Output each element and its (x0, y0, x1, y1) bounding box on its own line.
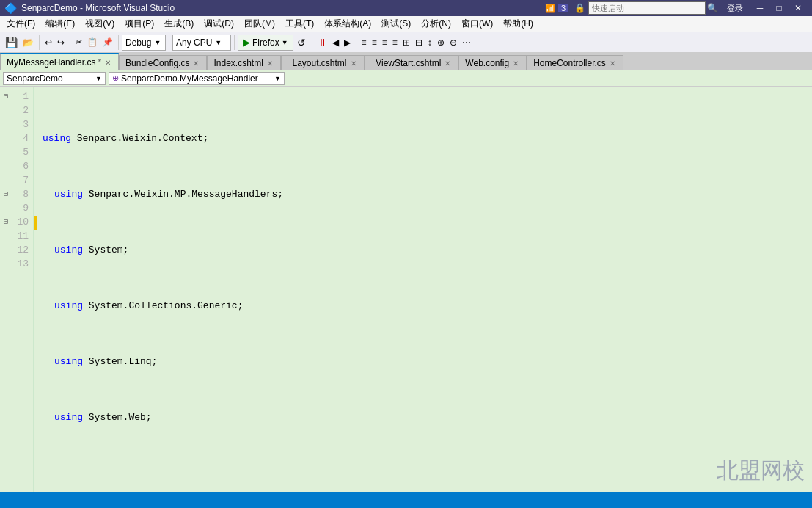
toolbar-misc5[interactable]: ⊞ (400, 36, 412, 49)
tab-bundle-close[interactable]: ✕ (191, 59, 200, 68)
menu-file[interactable]: 文件(F) (1, 16, 40, 32)
toolbar-misc1[interactable]: ≡ (359, 36, 369, 49)
run-btn[interactable]: ▶ Firefox ▼ (238, 35, 293, 51)
tab-layout[interactable]: _Layout.cshtml ✕ (281, 55, 365, 70)
code-content[interactable]: using Senparc.Weixin.Context; using Senp… (37, 87, 812, 492)
toolbar-misc8[interactable]: ⊕ (435, 36, 447, 49)
run-icon: ▶ (243, 37, 250, 48)
toolbar-sep6 (312, 35, 312, 50)
toolbar-misc6[interactable]: ⊟ (413, 36, 425, 49)
code-line-1: using Senparc.Weixin.Context; (43, 131, 806, 145)
fold-7 (0, 173, 12, 187)
tab-layout-close[interactable]: ✕ (349, 59, 358, 68)
toolbar-paste-icon[interactable]: 📌 (100, 36, 115, 48)
debug-mode-dropdown[interactable]: Debug ▼ (122, 35, 166, 51)
tab-viewstart-label: _ViewStart.cshtml (371, 58, 442, 68)
line-numbers: 1 2 3 4 5 6 7 8 9 10 11 12 13 (12, 87, 34, 492)
tab-myhandler-modified: * (98, 57, 101, 68)
toolbar-misc10[interactable]: ⋯ (460, 36, 473, 49)
tab-myhandler-label: MyMessageHandler.cs (7, 57, 95, 68)
fold-gutter: ⊟ ⊟ ⊟ (0, 87, 12, 492)
fold-1[interactable]: ⊟ (0, 90, 12, 104)
menu-debug[interactable]: 调试(D) (199, 16, 239, 32)
tab-bundle[interactable]: BundleConfig.cs ✕ (119, 55, 207, 70)
menu-test[interactable]: 测试(S) (376, 16, 416, 32)
toolbar-sep2 (70, 35, 70, 50)
tab-index-label: Index.cshtml (213, 58, 263, 68)
quick-launch-input[interactable] (588, 1, 706, 15)
tab-viewstart-close[interactable]: ✕ (443, 59, 452, 68)
tab-webconfig-close[interactable]: ✕ (511, 59, 520, 68)
tab-homecontroller[interactable]: HomeController.cs ✕ (527, 55, 623, 70)
menu-analyze[interactable]: 分析(N) (416, 16, 456, 32)
code-line-5: using System.Linq; (43, 355, 806, 369)
menu-tools[interactable]: 工具(T) (280, 16, 319, 32)
tab-index[interactable]: Index.cshtml ✕ (207, 55, 280, 70)
tab-webconfig[interactable]: Web.config ✕ (458, 55, 527, 70)
fold-9 (0, 201, 12, 215)
fold-6 (0, 159, 12, 173)
menu-help[interactable]: 帮助(H) (498, 16, 538, 32)
minimize-btn[interactable]: ─ (750, 1, 769, 15)
toolbar-nav-fwd[interactable]: ▶ (342, 36, 353, 49)
toolbar-open-icon[interactable]: 📂 (21, 36, 36, 49)
toolbar-sep5 (234, 35, 235, 50)
maximize-btn[interactable]: □ (769, 1, 789, 15)
tab-homecontroller-close[interactable]: ✕ (608, 59, 617, 68)
code-line-4: using System.Collections.Generic; (43, 299, 806, 313)
toolbar-copy-icon[interactable]: 📋 (85, 36, 100, 48)
toolbar-misc7[interactable]: ↕ (425, 36, 434, 49)
menu-team[interactable]: 团队(M) (239, 16, 280, 32)
fold-10[interactable]: ⊟ (0, 215, 12, 229)
menu-edit[interactable]: 编辑(E) (40, 16, 80, 32)
tab-layout-label: _Layout.cshtml (288, 58, 347, 68)
toolbar-refresh-btn[interactable]: ↺ (294, 35, 309, 50)
toolbar-nav-back[interactable]: ◀ (330, 36, 341, 49)
toolbar-misc4[interactable]: ≡ (390, 36, 400, 49)
fold-12 (0, 243, 12, 257)
project-dropdown[interactable]: SenparcDemo ▼ (3, 72, 106, 85)
fold-3 (0, 117, 12, 131)
fold-4 (0, 131, 12, 145)
tab-bundle-label: BundleConfig.cs (125, 58, 189, 68)
code-line-3: using System; (43, 243, 806, 257)
platform-arrow: ▼ (215, 39, 222, 46)
search-icon: 🔍 (707, 3, 718, 13)
tab-index-close[interactable]: ✕ (266, 59, 274, 68)
toolbar-cut-icon[interactable]: ✂ (73, 36, 84, 48)
menu-architecture[interactable]: 体系结构(A) (319, 16, 376, 32)
title-bar: 🔷 SenparcDemo - Microsoft Visual Studio … (0, 0, 812, 16)
toolbar-misc2[interactable]: ≡ (370, 36, 379, 49)
menu-project[interactable]: 项目(P) (120, 16, 159, 32)
menu-build[interactable]: 生成(B) (159, 16, 199, 32)
toolbar: 💾 📂 ↩ ↪ ✂ 📋 📌 Debug ▼ Any CPU ▼ ▶ Firefo… (0, 32, 812, 53)
class-dropdown[interactable]: ⊕ SenparcDemo.MyMessageHandler ▼ (109, 72, 285, 85)
close-btn[interactable]: ✕ (789, 1, 808, 15)
fold-8[interactable]: ⊟ (0, 187, 12, 201)
toolbar-redo-icon[interactable]: ↪ (55, 36, 67, 49)
fold-5 (0, 145, 12, 159)
toolbar-misc3[interactable]: ≡ (380, 36, 389, 49)
toolbar-sep4 (169, 35, 169, 50)
tab-myhandler[interactable]: MyMessageHandler.cs * ✕ (0, 53, 119, 70)
fold-2 (0, 104, 12, 117)
title-text: SenparcDemo - Microsoft Visual Studio (21, 3, 545, 13)
menu-window[interactable]: 窗口(W) (456, 16, 498, 32)
tabs-row: MyMessageHandler.cs * ✕ BundleConfig.cs … (0, 53, 812, 70)
toolbar-misc9[interactable]: ⊖ (447, 36, 459, 49)
toolbar-save-icon[interactable]: 💾 (3, 35, 20, 50)
class-dropdown-arrow: ▼ (268, 75, 281, 82)
platform-dropdown[interactable]: Any CPU ▼ (172, 35, 231, 51)
class-icon: ⊕ (112, 73, 119, 83)
toolbar-undo-icon[interactable]: ↩ (43, 36, 54, 49)
login-text[interactable]: 登录 (727, 3, 743, 14)
code-area[interactable]: ⊟ ⊟ ⊟ 1 2 3 4 5 6 7 8 9 10 11 (0, 87, 812, 492)
tab-myhandler-close[interactable]: ✕ (103, 59, 112, 67)
menu-view[interactable]: 视图(V) (80, 16, 120, 32)
tab-viewstart[interactable]: _ViewStart.cshtml ✕ (365, 55, 459, 70)
toolbar-breakpoint-icon[interactable]: ⏸ (315, 35, 329, 49)
project-dropdown-arrow: ▼ (89, 75, 102, 82)
code-line-7 (43, 466, 806, 480)
tab-webconfig-label: Web.config (465, 58, 509, 68)
fold-13 (0, 257, 12, 271)
